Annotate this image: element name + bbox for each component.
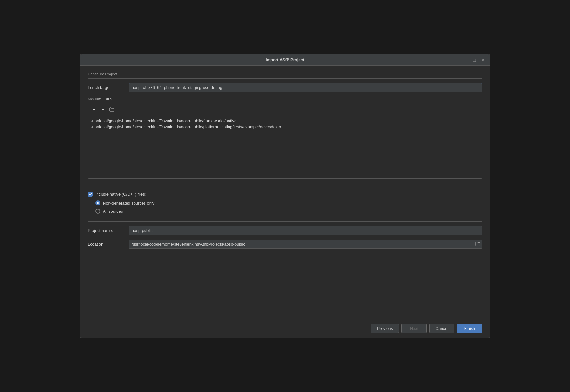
next-button[interactable]: Next (401, 324, 427, 333)
import-dialog: Import ASfP Project − □ ✕ Configure Proj… (80, 54, 490, 338)
divider (88, 187, 482, 187)
section-title: Configure Project (88, 72, 482, 79)
close-button[interactable]: ✕ (480, 56, 487, 63)
all-sources-radio-row[interactable]: All sources (95, 209, 482, 214)
list-item: /usr/local/google/home/stevenjenkins/Dow… (91, 124, 479, 130)
non-generated-label: Non-generated sources only (103, 201, 154, 205)
dialog-footer: Previous Next Cancel Finish (80, 319, 490, 338)
lunch-target-row: Lunch target: (88, 83, 482, 92)
lunch-target-label: Lunch target: (88, 85, 129, 90)
include-native-checkbox[interactable] (88, 192, 93, 197)
include-native-label: Include native (C/C++) files: (95, 192, 146, 197)
location-input[interactable] (129, 240, 482, 249)
project-name-label: Project name: (88, 228, 129, 233)
browse-path-button[interactable] (108, 106, 115, 113)
minimize-button[interactable]: − (462, 56, 469, 63)
location-row: Location: (88, 240, 482, 249)
location-label: Location: (88, 242, 129, 246)
sources-radio-group: Non-generated sources only All sources (95, 200, 482, 214)
location-browse-button[interactable] (475, 241, 481, 247)
non-generated-radio[interactable] (95, 200, 100, 205)
module-paths-list: /usr/local/google/home/stevenjenkins/Dow… (88, 115, 482, 178)
add-path-button[interactable]: + (91, 106, 98, 113)
cancel-button[interactable]: Cancel (429, 324, 454, 333)
remove-path-button[interactable]: − (99, 106, 106, 113)
previous-button[interactable]: Previous (371, 324, 399, 333)
module-paths-box: + − /usr/local/google/home/stevenjenkins… (88, 104, 482, 179)
all-sources-radio[interactable] (95, 209, 100, 214)
dialog-content: Configure Project Lunch target: Module p… (80, 66, 490, 319)
list-item: /usr/local/google/home/stevenjenkins/Dow… (91, 118, 479, 124)
window-controls: − □ ✕ (462, 56, 487, 63)
all-sources-label: All sources (103, 209, 123, 214)
finish-button[interactable]: Finish (457, 324, 482, 333)
module-paths-label: Module paths: (88, 97, 482, 101)
maximize-button[interactable]: □ (471, 56, 478, 63)
project-name-input[interactable] (129, 226, 482, 235)
non-generated-radio-row[interactable]: Non-generated sources only (95, 200, 482, 205)
title-bar: Import ASfP Project − □ ✕ (80, 54, 490, 66)
divider-2 (88, 221, 482, 222)
dialog-title: Import ASfP Project (266, 57, 304, 62)
module-paths-section: Module paths: + − /usr/local/google/home… (88, 97, 482, 184)
location-input-wrapper (129, 240, 482, 249)
include-native-row[interactable]: Include native (C/C++) files: (88, 192, 482, 197)
module-paths-toolbar: + − (88, 104, 482, 115)
project-name-row: Project name: (88, 226, 482, 235)
lunch-target-input[interactable] (129, 83, 482, 92)
